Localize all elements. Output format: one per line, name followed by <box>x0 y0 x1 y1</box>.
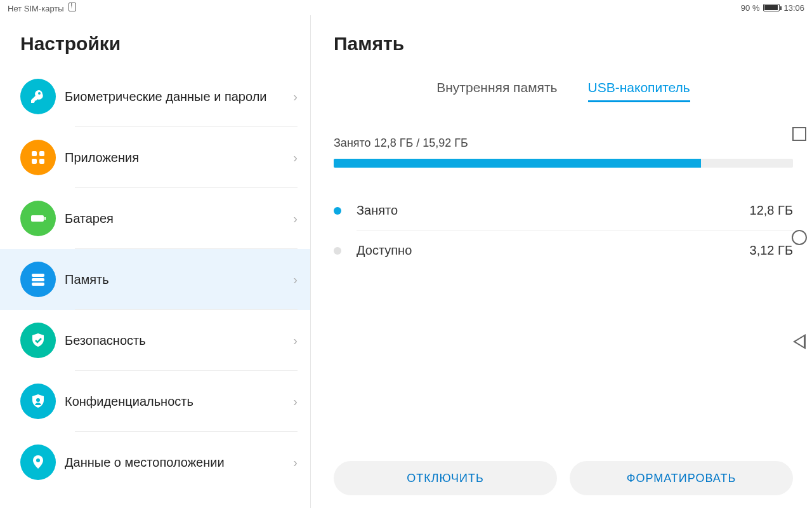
storage-icon <box>20 262 56 297</box>
sidebar-item-battery[interactable]: Батарея› <box>0 188 310 249</box>
sidebar-list: Биометрические данные и пароли›Приложени… <box>0 66 310 508</box>
shield-icon <box>20 323 56 358</box>
sidebar-item-privacy[interactable]: Конфиденциальность› <box>0 371 310 432</box>
chevron-right-icon: › <box>293 333 298 348</box>
usage-bar <box>334 159 793 168</box>
status-sim-text: Нет SIM-карты <box>8 4 64 13</box>
privacy-icon <box>20 384 56 419</box>
usage-bar-fill <box>334 159 701 168</box>
action-row: ОТКЛЮЧИТЬ ФОРМАТИРОВАТЬ <box>334 461 793 495</box>
sidebar-item-storage[interactable]: Память› <box>0 249 310 310</box>
sidebar-item-location[interactable]: Данные о местоположении› <box>0 432 310 493</box>
sidebar-item-apps[interactable]: Приложения› <box>0 127 310 188</box>
legend-dot <box>334 247 341 255</box>
legend-dot <box>334 207 341 215</box>
sidebar-item-label: Приложения <box>56 149 293 166</box>
chevron-right-icon: › <box>293 394 298 409</box>
usage-breakdown: Занято12,8 ГБДоступно3,12 ГБ <box>334 190 793 271</box>
key-icon <box>20 79 56 114</box>
format-button[interactable]: ФОРМАТИРОВАТЬ <box>570 461 793 495</box>
tab-usb-storage[interactable]: USB-накопитель <box>588 80 690 102</box>
storage-tabs: Внутренняя памятьUSB-накопитель <box>334 80 793 102</box>
sidebar-item-label: Батарея <box>56 210 293 227</box>
apps-icon <box>20 140 56 175</box>
battery-icon <box>763 4 780 11</box>
tab-internal-storage[interactable]: Внутренняя память <box>436 80 557 102</box>
chevron-right-icon: › <box>293 272 298 287</box>
usage-row: Доступно3,12 ГБ <box>334 231 793 271</box>
nav-home-button[interactable] <box>792 230 807 245</box>
system-nav-rail <box>792 127 807 349</box>
chevron-right-icon: › <box>293 455 298 470</box>
storage-panel: Память Внутренняя памятьUSB-накопитель З… <box>311 15 812 508</box>
status-bar: Нет SIM-карты 90 % 13:06 <box>0 0 812 15</box>
battery-icon <box>20 201 56 236</box>
usage-row-value: 3,12 ГБ <box>750 243 793 258</box>
eject-button[interactable]: ОТКЛЮЧИТЬ <box>334 461 557 495</box>
sidebar-title: Настройки <box>0 15 310 66</box>
sidebar-item-label: Память <box>56 271 293 288</box>
page-title: Память <box>334 15 793 80</box>
sidebar-item-label: Биометрические данные и пароли <box>56 88 293 105</box>
chevron-right-icon: › <box>293 90 298 104</box>
sidebar-item-label: Безопасность <box>56 332 293 349</box>
chevron-right-icon: › <box>293 150 298 165</box>
settings-sidebar: Настройки Биометрические данные и пароли… <box>0 15 311 508</box>
nav-recent-button[interactable] <box>792 127 806 141</box>
usage-row-name: Доступно <box>357 243 750 258</box>
sidebar-item-key[interactable]: Биометрические данные и пароли› <box>0 66 310 127</box>
sim-warning-icon <box>69 3 76 11</box>
nav-back-button[interactable] <box>793 334 806 349</box>
usage-row-name: Занято <box>357 203 750 218</box>
usage-row: Занято12,8 ГБ <box>334 190 793 231</box>
sidebar-item-label: Конфиденциальность <box>56 393 293 410</box>
status-battery-text: 90 % <box>741 3 760 13</box>
usage-row-value: 12,8 ГБ <box>750 203 793 218</box>
sidebar-item-shield[interactable]: Безопасность› <box>0 310 310 371</box>
chevron-right-icon: › <box>293 211 298 226</box>
sidebar-item-label: Данные о местоположении <box>56 454 293 471</box>
usage-summary: Занято 12,8 ГБ / 15,92 ГБ <box>334 137 793 150</box>
status-sim: Нет SIM-карты <box>8 3 76 13</box>
status-time: 13:06 <box>783 3 804 13</box>
location-icon <box>20 444 56 480</box>
